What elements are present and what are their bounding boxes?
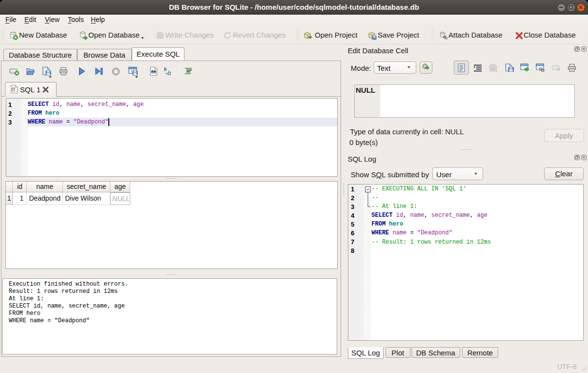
svg-text:b: b <box>164 66 167 72</box>
